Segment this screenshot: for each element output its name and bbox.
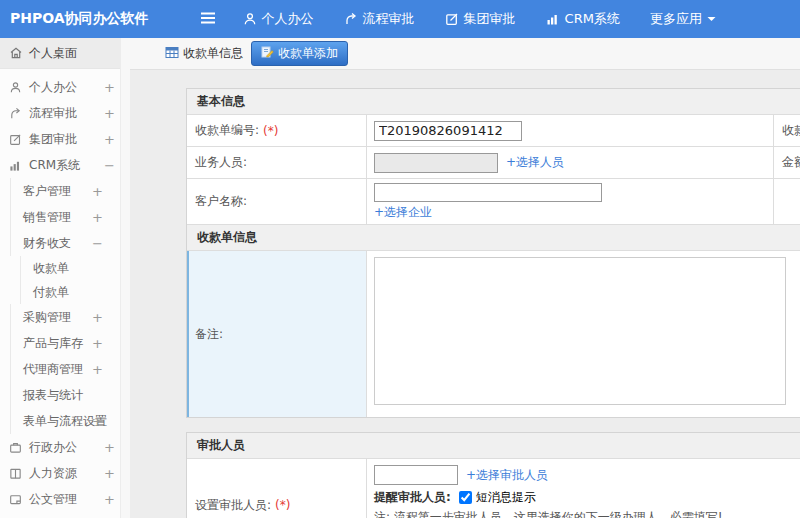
expand-toggle[interactable]: + <box>92 414 103 429</box>
approver-label-cell: 设置审批人员: (*) <box>187 459 367 518</box>
sidebar-item-process-approval[interactable]: 流程审批 + <box>0 100 130 126</box>
nav-item-group-approval[interactable]: 集团审批 <box>445 10 516 28</box>
sidebar-item-payment[interactable]: 付款单 <box>20 280 130 304</box>
chart-icon <box>8 159 23 172</box>
row-receipt-no: 收款单编号: (*) 收款单日期: <box>187 115 800 147</box>
sidebar-item-label: 个人办公 <box>29 79 77 96</box>
sidebar-item-sales-mgmt[interactable]: 销售管理 + <box>10 204 130 230</box>
expand-toggle[interactable]: + <box>104 492 115 507</box>
sidebar-item-reports[interactable]: 报表与统计 <box>10 382 130 408</box>
row-remark: 备注: <box>187 251 800 417</box>
nav-label: 集团审批 <box>464 10 516 28</box>
salesperson-field-cell: +选择人员 <box>367 147 774 178</box>
expand-toggle[interactable]: + <box>104 106 115 121</box>
field-label: 收款单日期: <box>782 122 800 139</box>
menu-toggle-button[interactable] <box>199 11 221 28</box>
home-icon <box>8 46 23 60</box>
nav-item-personal-office[interactable]: 个人办公 <box>243 10 314 28</box>
sidebar-item-form-flow-settings[interactable]: 表单与流程设置 + <box>10 408 130 434</box>
sidebar-item-documents[interactable]: 公文管理 + <box>0 486 130 512</box>
remark-textarea[interactable] <box>374 257 786 405</box>
sidebar-item-label: 报表与统计 <box>23 387 83 404</box>
expand-toggle[interactable]: + <box>104 80 115 95</box>
sidebar-item-customer-mgmt[interactable]: 客户管理 + <box>10 178 130 204</box>
customer-input[interactable] <box>374 183 602 202</box>
user-icon <box>243 12 257 26</box>
sidebar-item-admin-office[interactable]: 行政办公 + <box>0 434 130 460</box>
approver-panel: 审批人员 设置审批人员: (*) +选择审批人员 提醒审批人员: <box>186 432 800 518</box>
sidebar-item-label: 人力资源 <box>29 465 77 482</box>
sidebar-item-product-inventory[interactable]: 产品与库存 + <box>10 330 130 356</box>
nav-label: 更多应用 <box>650 10 702 28</box>
sidebar-item-label: CRM系统 <box>29 157 80 174</box>
collapse-toggle[interactable]: − <box>104 158 115 173</box>
form-area: 基本信息 收款单编号: (*) 收款单日期: 业务人员: <box>130 70 800 518</box>
field-label: 客户名称: <box>195 193 247 210</box>
sidebar-item-desktop[interactable]: 个人桌面 <box>0 38 130 68</box>
nav-item-crm[interactable]: CRM系统 <box>546 10 620 28</box>
expand-toggle[interactable]: + <box>92 310 103 325</box>
table-icon <box>165 46 179 62</box>
top-navbar: PHPOA协同办公软件 个人办公 流程审批 集团审批 <box>0 0 800 38</box>
field-label: 备注: <box>195 326 223 343</box>
select-company-link[interactable]: +选择企业 <box>374 204 432 221</box>
sidebar-item-crm[interactable]: CRM系统 − <box>0 152 130 178</box>
section-title-receipt-info: 收款单信息 <box>187 225 800 251</box>
sidebar-item-group-approval[interactable]: 集团审批 + <box>0 126 130 152</box>
sidebar-item-agent-mgmt[interactable]: 代理商管理 + <box>10 356 130 382</box>
form-add-icon <box>261 46 274 61</box>
nav-item-process-approval[interactable]: 流程审批 <box>344 10 415 28</box>
tab-receipt-add[interactable]: 收款单添加 <box>251 41 348 66</box>
sidebar-item-finance[interactable]: 财务收支 − <box>10 230 130 256</box>
office-icon <box>8 441 23 454</box>
sidebar: 个人桌面 个人办公 + 流程审批 + 集团审批 + <box>0 38 130 518</box>
section-title-approver: 审批人员 <box>187 433 800 459</box>
doc-icon <box>8 493 23 506</box>
sidebar-item-label: 客户管理 <box>23 183 71 200</box>
select-approver-link[interactable]: +选择审批人员 <box>466 467 548 484</box>
tab-receipt-info[interactable]: 收款单信息 <box>165 45 243 62</box>
hamburger-icon <box>199 11 217 28</box>
required-marker: (*) <box>263 124 278 138</box>
sidebar-item-label: 流程审批 <box>29 105 77 122</box>
expand-toggle[interactable]: + <box>104 132 115 147</box>
receipt-date-label-cell: 收款单日期: <box>774 115 800 146</box>
sidebar-item-label: 行政办公 <box>29 439 77 456</box>
sidebar-item-label: 公文管理 <box>29 491 77 508</box>
expand-toggle[interactable]: + <box>92 362 103 377</box>
remind-label: 提醒审批人员: <box>374 489 451 506</box>
required-marker: (*) <box>275 498 290 512</box>
row-customer: 客户名称: +选择企业 <box>187 179 800 225</box>
expand-toggle[interactable]: + <box>92 210 103 225</box>
expand-toggle[interactable]: + <box>92 184 103 199</box>
nav-label: CRM系统 <box>565 10 620 28</box>
select-person-link[interactable]: +选择人员 <box>506 154 564 171</box>
process-icon <box>344 12 358 26</box>
sidebar-item-label: 财务收支 <box>23 235 71 252</box>
expand-toggle[interactable]: + <box>92 336 103 351</box>
approver-input[interactable] <box>374 465 458 485</box>
sidebar-item-label: 集团审批 <box>29 131 77 148</box>
remark-label-cell: 备注: <box>187 251 367 417</box>
sidebar-item-label: 付款单 <box>33 284 69 301</box>
user-icon <box>8 81 23 94</box>
expand-toggle[interactable]: + <box>104 440 115 455</box>
salesperson-label-cell: 业务人员: <box>187 147 367 178</box>
expand-toggle[interactable]: + <box>104 466 115 481</box>
row-approver: 设置审批人员: (*) +选择审批人员 提醒审批人员: 短消息提示 <box>187 459 800 518</box>
nav-item-more-apps[interactable]: 更多应用 <box>650 10 716 28</box>
hr-icon <box>8 467 23 480</box>
sidebar-item-receipt[interactable]: 收款单 <box>20 256 130 280</box>
collapse-toggle[interactable]: − <box>92 236 103 251</box>
sidebar-item-personal-office[interactable]: 个人办公 + <box>0 74 130 100</box>
sidebar-item-purchase-mgmt[interactable]: 采购管理 + <box>10 304 130 330</box>
sidebar-item-hr[interactable]: 人力资源 + <box>0 460 130 486</box>
tab-bar: 收款单信息 收款单添加 <box>130 38 800 70</box>
salesperson-input[interactable] <box>374 153 498 173</box>
receipt-no-label-cell: 收款单编号: (*) <box>187 115 367 146</box>
customer-field-cell: +选择企业 <box>367 179 774 224</box>
receipt-no-input[interactable] <box>374 121 522 141</box>
sms-notify-checkbox[interactable] <box>459 491 472 504</box>
remark-field-cell <box>367 251 800 417</box>
field-label: 金额: <box>782 154 800 171</box>
